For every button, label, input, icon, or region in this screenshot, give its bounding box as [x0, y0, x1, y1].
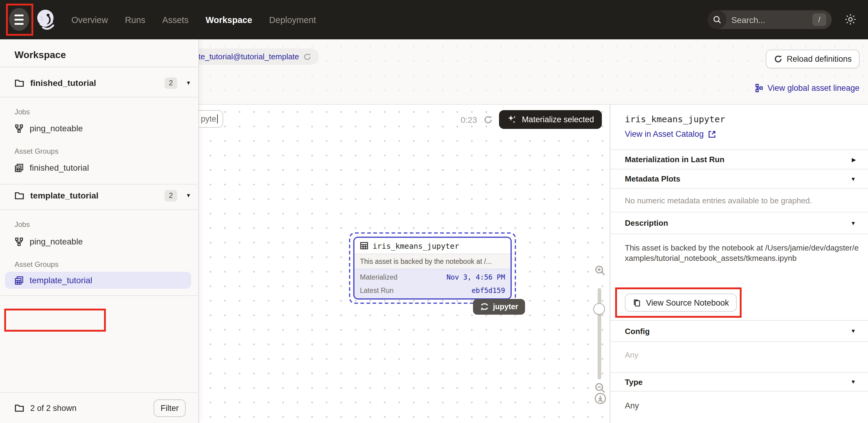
description-section[interactable]: Description ▼: [610, 212, 868, 234]
graph-actions: 0:23 Materialize selected: [461, 110, 602, 129]
gear-icon[interactable]: [844, 13, 857, 26]
asset-node[interactable]: iris_kmeans_jupyter This asset is backed…: [353, 237, 512, 300]
reload-definitions-button[interactable]: Reload definitions: [766, 50, 860, 68]
view-source-notebook-button[interactable]: View Source Notebook: [625, 294, 737, 312]
repo-finished-tutorial[interactable]: finished_tutorial 2 ▼: [0, 72, 199, 94]
config-section[interactable]: Config ▼: [610, 320, 868, 341]
chevron-down-icon[interactable]: ▼: [186, 80, 191, 86]
asset-details-title: iris_kmeans_jupyter: [625, 114, 856, 124]
nav-overview[interactable]: Overview: [71, 15, 108, 25]
asset-details-panel: iris_kmeans_jupyter View in Asset Catalo…: [610, 105, 868, 423]
metadata-plots-section[interactable]: Metadata Plots ▼: [610, 169, 868, 188]
description-body: This asset is backed by the notebook at …: [610, 234, 868, 320]
jobs-section-label: Jobs: [14, 220, 30, 229]
breadcrumb[interactable]: te_tutorial@tutorial_template: [191, 49, 319, 65]
stat-label: Latest Run: [360, 287, 394, 294]
nav-workspace[interactable]: Workspace: [206, 15, 252, 25]
refresh-icon[interactable]: [303, 52, 312, 61]
zoom-in-icon[interactable]: [594, 265, 606, 277]
job-icon: [14, 237, 24, 246]
repo-template-tutorial[interactable]: template_tutorial 2 ▼: [0, 185, 199, 206]
metadata-empty-text: No numeric metadata entries available to…: [625, 189, 868, 205]
nav-assets[interactable]: Assets: [162, 15, 189, 25]
asset-node-stats: Materialized Nov 3, 4:56 PM Latest Run e…: [354, 269, 510, 298]
sidebar-item-group-template-tutorial[interactable]: template_tutorial: [5, 272, 191, 289]
asset-details-header: iris_kmeans_jupyter View in Asset Catalo…: [610, 105, 868, 149]
divider: [0, 295, 199, 296]
chevron-down-icon[interactable]: ▼: [186, 192, 191, 199]
view-global-asset-lineage-link[interactable]: View global asset lineage: [754, 84, 860, 93]
breadcrumb-label: te_tutorial@tutorial_template: [198, 52, 299, 61]
asset-node-description: This asset is backed by the notebook at …: [354, 253, 510, 269]
job-name: ping_noteable: [30, 237, 83, 246]
divider: [0, 97, 199, 97]
search-icon: [708, 10, 726, 29]
filter-button[interactable]: Filter: [154, 399, 186, 417]
jupyter-icon: [480, 302, 489, 312]
dagster-logo[interactable]: [35, 8, 58, 31]
type-value: Any: [625, 392, 868, 410]
nav-runs[interactable]: Runs: [125, 15, 146, 25]
materialization-last-run-section[interactable]: Materialization in Last Run ▶: [610, 149, 868, 169]
divider: [0, 66, 199, 67]
materialize-selected-button[interactable]: Materialize selected: [499, 110, 602, 129]
notebook-copy-icon: [633, 298, 641, 307]
folder-icon: [14, 404, 24, 412]
search-input[interactable]: [731, 15, 803, 25]
annotation-box: [6, 4, 33, 36]
jupyter-tag[interactable]: jupyter: [473, 299, 525, 315]
refresh-timer: 0:23: [461, 115, 477, 124]
download-graph-icon[interactable]: [594, 392, 607, 405]
app-header: Overview Runs Assets Workspace Deploymen…: [0, 0, 868, 39]
sidebar-item-group-finished-tutorial[interactable]: finished_tutorial: [5, 159, 191, 176]
repo-count-badge: 2: [164, 190, 177, 201]
view-in-asset-catalog-link[interactable]: View in Asset Catalog: [625, 129, 856, 139]
sparkle-icon: [506, 114, 517, 125]
type-body: Any: [610, 391, 868, 423]
repo-name: template_tutorial: [30, 191, 99, 200]
asset-groups-section-label: Asset Groups: [14, 260, 58, 269]
table-icon: [360, 241, 368, 250]
sidebar-item-job-ping-noteable[interactable]: ping_noteable: [5, 120, 191, 137]
stat-row-materialized: Materialized Nov 3, 4:56 PM: [354, 271, 510, 284]
stat-value[interactable]: ebf5d159: [471, 286, 505, 295]
type-section[interactable]: Type ▼: [610, 372, 868, 391]
repo-name: finished_tutorial: [30, 78, 96, 88]
section-header: Type: [625, 377, 643, 386]
repo-count-badge: 2: [164, 77, 177, 89]
refresh-icon: [773, 55, 782, 64]
config-value: Any: [625, 342, 868, 359]
zoom-slider-handle[interactable]: [593, 303, 605, 315]
view-global-asset-lineage-label: View global asset lineage: [768, 84, 860, 93]
stat-label: Materialized: [360, 274, 397, 281]
asset-group-icon: [14, 276, 24, 285]
sidebar-title: Workspace: [14, 50, 66, 61]
shown-count: 2 of 2 shown: [30, 403, 76, 413]
chevron-right-icon: ▶: [852, 156, 856, 162]
nav-deployment[interactable]: Deployment: [269, 15, 316, 25]
graph-query-text: pyte: [201, 114, 216, 123]
section-header: Metadata Plots: [625, 174, 681, 183]
jobs-section-label: Jobs: [14, 108, 30, 116]
config-body: Any: [610, 341, 868, 372]
search-shortcut-badge: /: [812, 13, 826, 26]
asset-node-selection-outline: iris_kmeans_jupyter This asset is backed…: [349, 232, 516, 304]
sidebar-item-job-ping-noteable[interactable]: ping_noteable: [5, 233, 191, 250]
description-text: This asset is backed by the notebook at …: [625, 234, 860, 263]
section-header: Config: [625, 327, 650, 336]
zoom-slider-track[interactable]: [598, 288, 601, 380]
zoom-controls: [590, 105, 610, 423]
search-bar[interactable]: /: [708, 10, 832, 29]
chevron-down-icon: ▼: [850, 176, 856, 182]
divider: [0, 209, 199, 210]
stat-row-latest-run: Latest Run ebf5d159: [354, 284, 510, 297]
reload-definitions-label: Reload definitions: [787, 55, 852, 64]
jupyter-tag-label: jupyter: [493, 303, 518, 311]
chevron-down-icon: ▼: [850, 220, 856, 226]
stat-value: Nov 3, 4:56 PM: [446, 273, 505, 281]
external-link-icon: [708, 130, 716, 138]
refresh-icon[interactable]: [483, 115, 493, 124]
job-name: ping_noteable: [30, 123, 83, 133]
asset-node-title: iris_kmeans_jupyter: [373, 241, 459, 250]
annotation-box: [4, 309, 106, 332]
